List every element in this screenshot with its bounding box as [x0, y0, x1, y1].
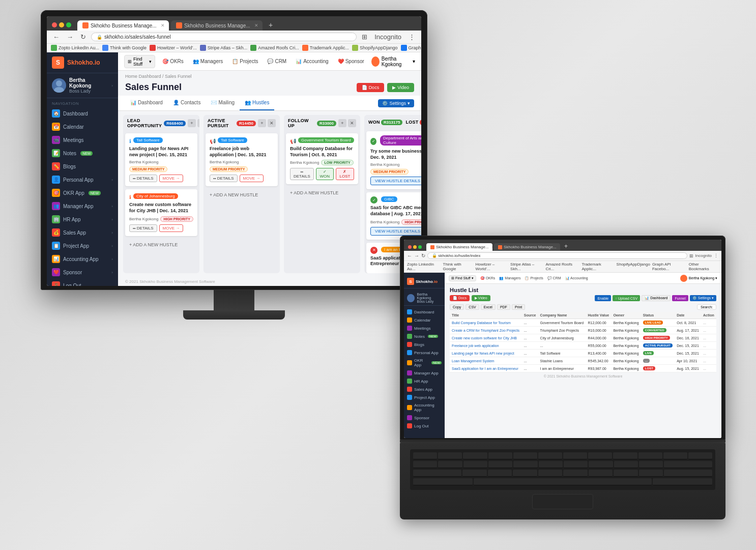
tab-dashboard[interactable]: 📊 Dashboard	[125, 96, 168, 110]
crm-link[interactable]: 💬 CRM	[547, 276, 561, 280]
top-nav-okrs[interactable]: 🎯 OKRs	[160, 59, 186, 64]
print-button[interactable]: Print	[512, 304, 525, 310]
bookmark-item[interactable]: Trademark Applic...	[581, 262, 614, 271]
user-section[interactable]: Bertha Kgokong Boss Lady ›	[47, 73, 118, 98]
laptop-address-bar[interactable]: 🔒 skhokho.io/hustle/index	[427, 252, 687, 259]
menu-button[interactable]: ⋮	[406, 33, 417, 41]
laptop-tab-active[interactable]: Skhokho Business Manage... ✕	[426, 243, 492, 251]
details-button[interactable]: •• DETAILS	[210, 175, 238, 182]
sidebar-item-blogs[interactable]: ✏️ Blogs	[47, 160, 118, 173]
browser-tab-inactive[interactable]: Skhokho Business Manage... ✕	[171, 20, 263, 31]
managers-link[interactable]: 👥 Managers	[499, 276, 520, 280]
bookmark-item[interactable]: Graph API Facebo...	[652, 262, 687, 271]
row-action-button[interactable]: ...	[703, 336, 706, 340]
projects-link[interactable]: 📋 Projects	[525, 276, 543, 280]
laptop-nav-logout[interactable]: Log Out	[404, 422, 445, 430]
bookmark-item[interactable]: Stripe Atlas – Skh...	[510, 262, 543, 271]
top-nav-crm[interactable]: 💬 CRM	[265, 59, 288, 64]
laptop-nav-blogs[interactable]: Blogs	[404, 340, 445, 349]
hustle-link[interactable]: Create a CRM for Triumphant Zoo Projects	[452, 329, 519, 332]
details-button[interactable]: •• DETAILS	[129, 224, 157, 232]
laptop-user[interactable]: Bertha Kgokong Boss Lady	[404, 291, 445, 306]
bookmark-howitzer[interactable]: Howitzer – World'...	[150, 45, 197, 51]
sidebar-item-okr[interactable]: 🎯 OKR App NEW	[47, 186, 118, 199]
search-input[interactable]: Search:	[697, 304, 716, 310]
laptop-close[interactable]	[408, 245, 412, 249]
top-nav-projects[interactable]: 📋 Projects	[230, 59, 260, 64]
hustle-link[interactable]: Create new custom software for City JHB	[452, 336, 517, 340]
forward-button[interactable]: →	[414, 253, 419, 258]
laptop-nav-personal[interactable]: Personal App	[404, 349, 445, 357]
col-add-button[interactable]: +	[258, 119, 266, 127]
tab-close-icon[interactable]: ✕	[161, 23, 165, 28]
col-add-button[interactable]: +	[338, 119, 346, 127]
details-button[interactable]: •• DETAILS	[290, 168, 314, 180]
top-nav-accounting[interactable]: 📊 Accounting	[294, 59, 330, 64]
col-menu-button[interactable]: ✕	[268, 119, 276, 127]
row-action-button[interactable]: ...	[703, 344, 706, 348]
close-button[interactable]	[52, 22, 57, 27]
row-action-button[interactable]: ...	[703, 367, 706, 370]
docs-button[interactable]: 📄 Docs	[357, 83, 385, 92]
funnel-button[interactable]: Funnel	[672, 295, 688, 301]
tab-mailing[interactable]: ✉️ Mailing	[206, 96, 240, 110]
extensions-button[interactable]: ⊞	[360, 33, 369, 41]
col-add-button[interactable]: +	[188, 119, 196, 127]
hustle-link[interactable]: Landing page for News API new project	[452, 352, 514, 355]
sidebar-item-calendar[interactable]: 📅 Calendar	[47, 120, 118, 133]
bookmark-graph[interactable]: Graph API Facebo...	[401, 45, 421, 51]
bookmark-shopify[interactable]: ShopifyAppDjango	[352, 45, 398, 51]
row-action-button[interactable]: ...	[703, 352, 706, 355]
settings-button[interactable]: ⚙️ Settings ▾	[690, 295, 716, 301]
sidebar-item-hr[interactable]: 🏢 HR App ›	[47, 213, 118, 226]
laptop-nav-sales[interactable]: Sales App	[404, 385, 445, 393]
laptop-nav-okr[interactable]: OKR App NEW	[404, 357, 445, 369]
add-hustle-button[interactable]: + ADD A NEW HUSTLE	[286, 187, 358, 198]
sidebar-item-manager[interactable]: 👥 Manager App ›	[47, 199, 118, 213]
minimize-button[interactable]	[59, 22, 64, 27]
dashboard-button[interactable]: 📊 Dashboard	[642, 295, 671, 301]
upload-csv-button[interactable]: ↑ Upload CSV	[613, 295, 640, 301]
tab-hustles[interactable]: 👥 Hustles	[240, 96, 274, 110]
bookmark-item[interactable]: Amazed Roofs Cri...	[545, 262, 579, 271]
lost-button[interactable]: ✗ LOST	[336, 168, 354, 180]
reload-button[interactable]: ↻	[78, 33, 88, 41]
row-action-button[interactable]: ...	[703, 321, 706, 325]
bookmark-item[interactable]: Think with Google	[443, 262, 474, 271]
top-nav-managers[interactable]: 👥 Managers	[191, 59, 225, 64]
bookmark-item[interactable]: Howitzer – World'...	[476, 262, 509, 271]
sidebar-item-sales[interactable]: 💰 Sales App ›	[47, 226, 118, 239]
excel-button[interactable]: Excel	[481, 304, 496, 310]
won-button[interactable]: ✓ WON	[316, 168, 334, 180]
view-hustle-button[interactable]: VIEW HUSTLE DETAILS	[370, 227, 421, 236]
col-menu-button[interactable]: ✕	[197, 119, 199, 127]
browser-tab-active[interactable]: Skhokho Business Manage... ✕	[77, 20, 169, 31]
add-hustle-button[interactable]: + ADD A NEW HUSTLE	[206, 189, 278, 200]
bookmark-zopto[interactable]: Zopto LinkedIn Au...	[51, 45, 99, 51]
laptop-nav-calendar[interactable]: Calendar	[404, 316, 445, 324]
sidebar-item-meetings[interactable]: 📹 Meetings	[47, 133, 118, 147]
laptop-trackpad[interactable]	[532, 494, 593, 509]
okrs-link[interactable]: 🎯 OKRs	[480, 276, 496, 280]
bookmark-amazed[interactable]: Amazed Roofs Cri...	[250, 45, 299, 51]
maximize-button[interactable]	[66, 22, 71, 27]
video-button[interactable]: ▶ Video	[472, 295, 490, 301]
row-action-button[interactable]: ...	[703, 329, 706, 332]
laptop-nav-dashboard[interactable]: Dashboard	[404, 308, 445, 316]
sidebar-item-accounting[interactable]: 📊 Accounting App ›	[47, 252, 118, 266]
view-hustle-button[interactable]: VIEW HUSTLE DETAILS	[370, 177, 421, 185]
bookmark-trademark[interactable]: Trademark Applic...	[302, 45, 349, 51]
laptop-nav-project[interactable]: Project App	[404, 393, 445, 401]
sidebar-item-project[interactable]: 📋 Project App ›	[47, 239, 118, 252]
find-stuff-btn[interactable]: ⊞ Find Stuff ▾	[449, 275, 476, 281]
settings-button[interactable]: ⚙️ Settings ▾	[378, 99, 414, 107]
laptop-nav-manager[interactable]: Manager App	[404, 369, 445, 377]
user-profile-button[interactable]: Incognito	[372, 33, 403, 41]
tab-contacts[interactable]: 👤 Contacts	[168, 96, 206, 110]
top-nav-sponsor[interactable]: ❤️ Sponsor	[336, 59, 366, 64]
laptop-nav-meetings[interactable]: Meetings	[404, 324, 445, 332]
new-tab-button[interactable]: +	[265, 19, 277, 31]
tab-close-icon-2[interactable]: ✕	[254, 23, 258, 28]
bookmark-google[interactable]: Think with Google	[102, 45, 147, 51]
copy-button[interactable]: Copy	[450, 304, 464, 310]
